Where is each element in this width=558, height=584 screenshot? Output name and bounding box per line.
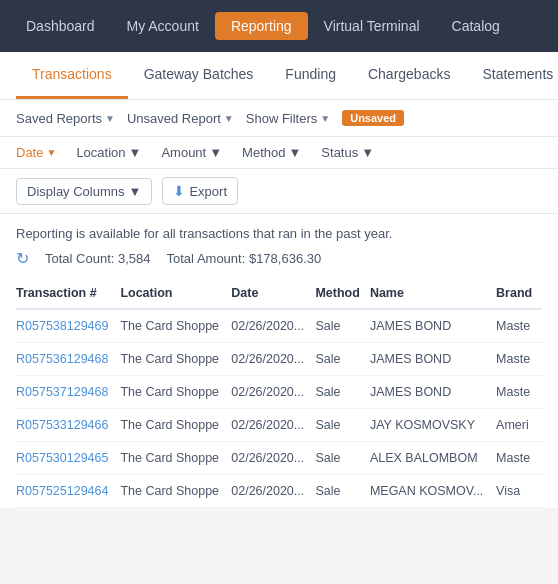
- date-filter-button[interactable]: Date ▼: [16, 145, 56, 160]
- transaction-date: 02/26/2020...: [231, 409, 315, 442]
- nav-item-catalog[interactable]: Catalog: [436, 12, 516, 40]
- download-icon: ⬇: [173, 183, 185, 199]
- transaction-name: JAMES BOND: [370, 309, 496, 343]
- col-header-method: Method: [315, 280, 369, 309]
- column-filters: Date ▼ Location ▼ Amount ▼ Method ▼ Stat…: [0, 137, 558, 169]
- table-row: R057538129469 The Card Shoppe 02/26/2020…: [16, 309, 542, 343]
- transaction-id[interactable]: R057533129466: [16, 409, 120, 442]
- table-row: R057537129468 The Card Shoppe 02/26/2020…: [16, 376, 542, 409]
- table-header-row: Transaction # Location Date Method Name …: [16, 280, 542, 309]
- unsaved-badge: Unsaved: [342, 110, 404, 126]
- transaction-brand: Visa: [496, 475, 542, 508]
- nav-item-reporting[interactable]: Reporting: [215, 12, 308, 40]
- col-header-location: Location: [120, 280, 231, 309]
- transaction-location: The Card Shoppe: [120, 442, 231, 475]
- transaction-date: 02/26/2020...: [231, 376, 315, 409]
- total-amount: Total Amount: $178,636.30: [167, 251, 322, 266]
- location-filter-button[interactable]: Location ▼: [76, 145, 141, 160]
- chevron-down-icon: ▼: [209, 145, 222, 160]
- transaction-id[interactable]: R057536129468: [16, 343, 120, 376]
- transaction-name: JAY KOSMOVSKY: [370, 409, 496, 442]
- unsaved-report-button[interactable]: Unsaved Report ▼: [127, 111, 234, 126]
- transaction-date: 02/26/2020...: [231, 475, 315, 508]
- transaction-brand: Maste: [496, 376, 542, 409]
- tab-transactions[interactable]: Transactions: [16, 52, 128, 99]
- transaction-id[interactable]: R057538129469: [16, 309, 120, 343]
- total-count: Total Count: 3,584: [45, 251, 151, 266]
- chevron-down-icon: ▼: [224, 113, 234, 124]
- transaction-brand: Maste: [496, 343, 542, 376]
- saved-reports-button[interactable]: Saved Reports ▼: [16, 111, 115, 126]
- transaction-date: 02/26/2020...: [231, 343, 315, 376]
- transaction-name: ALEX BALOMBOM: [370, 442, 496, 475]
- table-wrapper: Transaction # Location Date Method Name …: [16, 280, 542, 508]
- transaction-date: 02/26/2020...: [231, 309, 315, 343]
- sub-tabs: Transactions Gateway Batches Funding Cha…: [0, 52, 558, 100]
- chevron-down-icon: ▼: [129, 184, 142, 199]
- transaction-method: Sale: [315, 309, 369, 343]
- nav-item-dashboard[interactable]: Dashboard: [10, 12, 111, 40]
- col-header-brand: Brand: [496, 280, 542, 309]
- transaction-id[interactable]: R057525129464: [16, 475, 120, 508]
- table-row: R057525129464 The Card Shoppe 02/26/2020…: [16, 475, 542, 508]
- transaction-brand: Maste: [496, 442, 542, 475]
- transaction-name: JAMES BOND: [370, 376, 496, 409]
- tab-chargebacks[interactable]: Chargebacks: [352, 52, 467, 99]
- tab-funding[interactable]: Funding: [269, 52, 352, 99]
- chevron-down-icon: ▼: [46, 147, 56, 158]
- chevron-down-icon: ▼: [361, 145, 374, 160]
- export-button[interactable]: ⬇ Export: [162, 177, 238, 205]
- transaction-location: The Card Shoppe: [120, 343, 231, 376]
- totals-row: ↻ Total Count: 3,584 Total Amount: $178,…: [16, 249, 542, 268]
- tab-statements[interactable]: Statements: [466, 52, 558, 99]
- transaction-id[interactable]: R057537129468: [16, 376, 120, 409]
- tab-gateway-batches[interactable]: Gateway Batches: [128, 52, 270, 99]
- refresh-icon[interactable]: ↻: [16, 249, 29, 268]
- transaction-location: The Card Shoppe: [120, 409, 231, 442]
- filter-bar: Saved Reports ▼ Unsaved Report ▼ Show Fi…: [0, 100, 558, 137]
- col-header-date: Date: [231, 280, 315, 309]
- chevron-down-icon: ▼: [288, 145, 301, 160]
- action-bar: Display Columns ▼ ⬇ Export: [0, 169, 558, 214]
- table-row: R057530129465 The Card Shoppe 02/26/2020…: [16, 442, 542, 475]
- transaction-name: MEGAN KOSMOV...: [370, 475, 496, 508]
- table-row: R057533129466 The Card Shoppe 02/26/2020…: [16, 409, 542, 442]
- filter-icon: ▼: [320, 113, 330, 124]
- chevron-down-icon: ▼: [129, 145, 142, 160]
- transaction-method: Sale: [315, 343, 369, 376]
- transaction-method: Sale: [315, 409, 369, 442]
- status-filter-button[interactable]: Status ▼: [321, 145, 374, 160]
- transaction-location: The Card Shoppe: [120, 309, 231, 343]
- top-nav: Dashboard My Account Reporting Virtual T…: [0, 0, 558, 52]
- transaction-method: Sale: [315, 475, 369, 508]
- nav-item-my-account[interactable]: My Account: [111, 12, 215, 40]
- transaction-brand: Ameri: [496, 409, 542, 442]
- transaction-location: The Card Shoppe: [120, 475, 231, 508]
- col-header-transaction: Transaction #: [16, 280, 120, 309]
- transaction-id[interactable]: R057530129465: [16, 442, 120, 475]
- nav-item-virtual-terminal[interactable]: Virtual Terminal: [308, 12, 436, 40]
- info-text: Reporting is available for all transacti…: [16, 226, 542, 241]
- transaction-location: The Card Shoppe: [120, 376, 231, 409]
- transaction-date: 02/26/2020...: [231, 442, 315, 475]
- display-columns-button[interactable]: Display Columns ▼: [16, 178, 152, 205]
- table-row: R057536129468 The Card Shoppe 02/26/2020…: [16, 343, 542, 376]
- method-filter-button[interactable]: Method ▼: [242, 145, 301, 160]
- transaction-method: Sale: [315, 442, 369, 475]
- col-header-name: Name: [370, 280, 496, 309]
- transaction-method: Sale: [315, 376, 369, 409]
- table-area: Reporting is available for all transacti…: [0, 214, 558, 508]
- transactions-table: Transaction # Location Date Method Name …: [16, 280, 542, 508]
- transaction-name: JAMES BOND: [370, 343, 496, 376]
- show-filters-button[interactable]: Show Filters ▼: [246, 111, 330, 126]
- amount-filter-button[interactable]: Amount ▼: [161, 145, 222, 160]
- chevron-down-icon: ▼: [105, 113, 115, 124]
- transaction-brand: Maste: [496, 309, 542, 343]
